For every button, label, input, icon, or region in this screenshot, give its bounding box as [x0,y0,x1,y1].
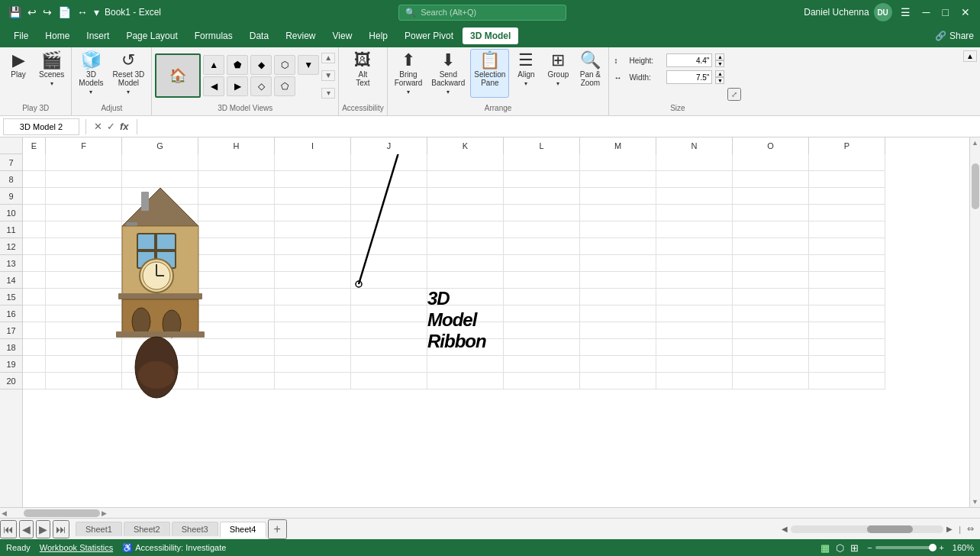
cell-j15[interactable] [351,289,427,305]
cell-p18[interactable] [809,339,885,356]
cell-h16[interactable] [198,305,275,322]
col-header-h[interactable]: H [198,137,275,154]
cell-l20[interactable] [504,373,580,390]
cell-i20[interactable] [275,373,351,390]
row-19[interactable]: 19 [0,356,22,373]
cell-n15[interactable] [656,289,733,305]
cell-j9[interactable] [351,188,427,205]
model-view-thumb-6[interactable]: ▼ [298,55,319,75]
cell-n7[interactable] [656,154,733,171]
normal-view-btn[interactable]: ▦ [818,541,832,554]
cell-m12[interactable] [580,238,656,255]
cell-j13[interactable] [351,255,427,272]
cell-l17[interactable] [504,322,580,339]
cell-n11[interactable] [656,221,733,238]
menu-help[interactable]: Help [361,27,395,44]
cell-g10[interactable] [122,205,198,221]
menu-insert[interactable]: Insert [79,27,117,44]
cell-p17[interactable] [809,322,885,339]
cell-o9[interactable] [733,188,809,205]
scroll-down-btn[interactable]: ▼ [970,496,980,507]
cell-e9[interactable] [23,188,46,205]
cell-f18[interactable] [46,339,122,356]
cell-n8[interactable] [656,171,733,188]
scroll-down-arrow[interactable]: ▾ [321,88,335,99]
cell-i9[interactable] [275,188,351,205]
name-box[interactable] [3,118,79,135]
search-box[interactable]: 🔍 [398,5,566,21]
cell-k11[interactable] [427,221,504,238]
menu-power-pivot[interactable]: Power Pivot [397,27,461,44]
cell-h11[interactable] [198,221,275,238]
size-expand-button[interactable]: ⤢ [727,88,741,101]
cell-l18[interactable] [504,339,580,356]
cell-g9[interactable] [122,188,198,205]
cell-e19[interactable] [23,356,46,373]
cell-p8[interactable] [809,171,885,188]
cell-n17[interactable] [656,322,733,339]
cell-h12[interactable] [198,238,275,255]
cell-l13[interactable] [504,255,580,272]
menu-3d-model[interactable]: 3D Model [463,27,518,44]
cell-l16[interactable] [504,305,580,322]
cell-h8[interactable] [198,171,275,188]
new-button[interactable]: 📄 [56,5,73,20]
cell-f12[interactable] [46,238,122,255]
model-view-thumb-8[interactable]: ▶ [227,76,248,96]
cell-g17[interactable] [122,322,198,339]
cell-f16[interactable] [46,305,122,322]
cell-m13[interactable] [580,255,656,272]
tab-sheet3[interactable]: Sheet3 [172,522,218,536]
tab-first-btn[interactable]: ⏮ [0,520,17,538]
tab-scroll-right[interactable]: ▶ [946,525,953,533]
cell-l15[interactable] [504,289,580,305]
tab-prev-btn[interactable]: ◀ [19,520,34,538]
alt-text-button[interactable]: 🖼 AltText [347,49,378,98]
cell-f13[interactable] [46,255,122,272]
group-button[interactable]: ⊞ Group ▾ [543,49,573,98]
zoom-out-btn[interactable]: − [867,543,872,552]
cell-l12[interactable] [504,238,580,255]
height-decrement[interactable]: ▼ [715,60,724,67]
cell-k19[interactable] [427,356,504,373]
page-break-btn[interactable]: ⊞ [848,541,861,554]
cell-e10[interactable] [23,205,46,221]
workbook-stats[interactable]: Workbook Statistics [40,543,113,552]
tab-scroll-left[interactable]: ◀ [782,525,788,533]
model-view-thumb-1[interactable]: 🏠 [155,53,201,98]
vertical-scrollbar[interactable]: ▲ ▼ [969,137,980,507]
cell-n14[interactable] [656,272,733,289]
3d-models-button[interactable]: 🧊 3DModels ▾ [75,49,107,98]
cell-l14[interactable] [504,272,580,289]
ribbon-collapse-button[interactable]: ▲ [963,50,977,62]
cell-m18[interactable] [580,339,656,356]
col-header-o[interactable]: O [733,137,809,154]
cell-i16[interactable] [275,305,351,322]
cell-g20[interactable] [122,373,198,390]
cell-i13[interactable] [275,255,351,272]
model-view-thumb-2[interactable]: ▲ [203,55,224,75]
row-18[interactable]: 18 [0,339,22,356]
cell-n19[interactable] [656,356,733,373]
cell-o13[interactable] [733,255,809,272]
cell-p9[interactable] [809,188,885,205]
scroll-right-btn[interactable]: ▶ [100,508,108,519]
cell-h7[interactable] [198,154,275,171]
col-header-k[interactable]: K [427,137,504,154]
row-13[interactable]: 13 [0,255,22,272]
width-increment[interactable]: ▲ [715,70,724,77]
cell-f19[interactable] [46,356,122,373]
cell-j16[interactable] [351,305,427,322]
cell-h13[interactable] [198,255,275,272]
cell-e16[interactable] [23,305,46,322]
cell-m15[interactable] [580,289,656,305]
cell-m8[interactable] [580,171,656,188]
cell-p19[interactable] [809,356,885,373]
col-header-p[interactable]: P [809,137,885,154]
cell-p7[interactable] [809,154,885,171]
tab-resize-handle[interactable]: ⇔ [967,524,974,534]
cell-o19[interactable] [733,356,809,373]
cell-h18[interactable] [198,339,275,356]
cell-f11[interactable] [46,221,122,238]
page-layout-btn[interactable]: ⬡ [833,541,846,554]
